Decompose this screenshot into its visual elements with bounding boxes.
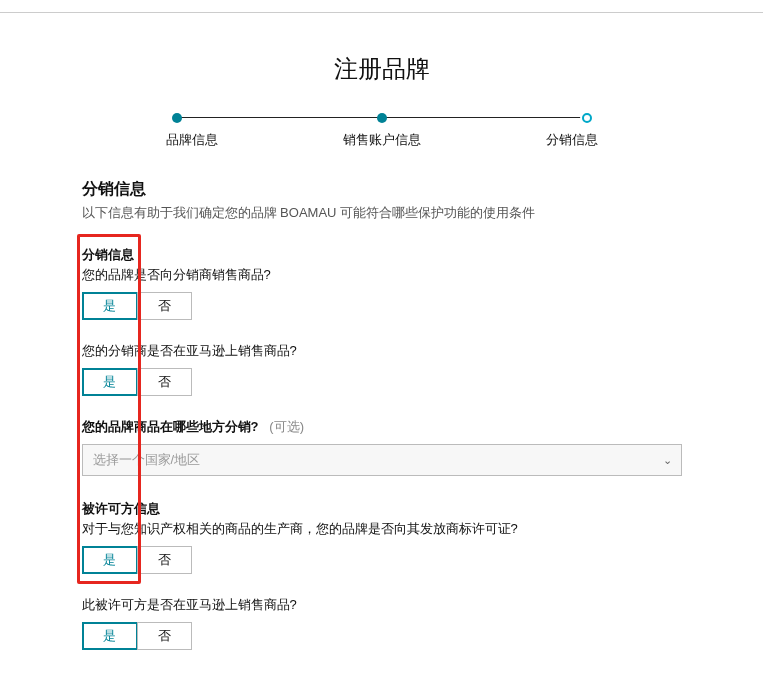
licensee-q1-group: 是 否 [82,546,682,574]
step-dot-1 [172,113,182,123]
section-subtitle: 以下信息有助于我们确定您的品牌 BOAMAU 可能符合哪些保护功能的使用条件 [82,204,682,222]
dist-q2-yes[interactable]: 是 [82,368,137,396]
region-select[interactable]: 选择一个国家/地区 [82,444,682,476]
licensee-q2-yes[interactable]: 是 [82,622,137,650]
step-label-1: 品牌信息 [152,131,232,149]
dist-q2-group: 是 否 [82,368,682,396]
dist-q1-group: 是 否 [82,292,682,320]
page-title: 注册品牌 [82,53,682,85]
licensee-q1-no[interactable]: 否 [137,546,192,574]
step-label-2: 销售账户信息 [342,131,422,149]
licensee-q1-yes[interactable]: 是 [82,546,137,574]
licensee-q2-text: 此被许可方是否在亚马逊上销售商品? [82,596,682,614]
region-select-wrap: 选择一个国家/地区 ⌄ [82,444,682,476]
step-label-3: 分销信息 [532,131,612,149]
step-dot-3 [582,113,592,123]
licensee-q1-text: 对于与您知识产权相关的商品的生产商，您的品牌是否向其发放商标许可证? [82,520,682,538]
dist-q3-label: 您的品牌商品在哪些地方分销? (可选) [82,418,682,436]
dist-q3-label-text: 您的品牌商品在哪些地方分销? [82,419,259,434]
dist-q1-no[interactable]: 否 [137,292,192,320]
licensee-q2-no[interactable]: 否 [137,622,192,650]
section-title: 分销信息 [82,179,682,200]
stepper [172,113,592,123]
step-dot-2 [377,113,387,123]
dist-q1-text: 您的品牌是否向分销商销售商品? [82,266,682,284]
dist-heading: 分销信息 [82,246,682,264]
dist-q1-yes[interactable]: 是 [82,292,137,320]
dist-q3-optional: (可选) [269,419,304,434]
licensee-q2-group: 是 否 [82,622,682,650]
licensee-heading: 被许可方信息 [82,500,682,518]
stepper-labels: 品牌信息 销售账户信息 分销信息 [152,131,612,149]
dist-q2-no[interactable]: 否 [137,368,192,396]
dist-q2-text: 您的分销商是否在亚马逊上销售商品? [82,342,682,360]
